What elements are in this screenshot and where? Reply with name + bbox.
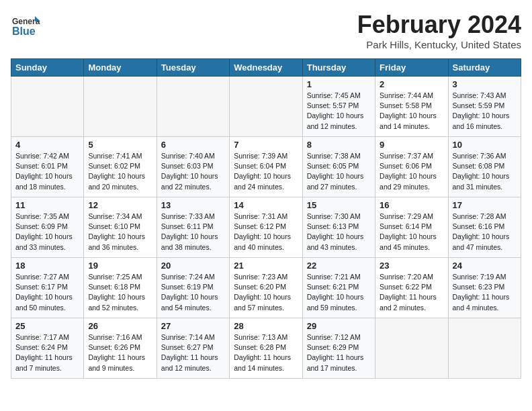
day-info: Sunrise: 7:16 AM Sunset: 6:26 PM Dayligh… [88,332,152,373]
day-info: Sunrise: 7:34 AM Sunset: 6:10 PM Dayligh… [88,212,152,253]
calendar-day-cell [448,318,521,379]
day-number: 7 [234,140,298,150]
weekday-header: Monday [84,59,157,77]
day-number: 8 [307,140,371,150]
day-info: Sunrise: 7:20 AM Sunset: 6:22 PM Dayligh… [380,272,443,313]
title-block: February 2024 Park Hills, Kentucky, Unit… [357,11,521,50]
svg-text:Blue: Blue [12,26,36,37]
day-info: Sunrise: 7:29 AM Sunset: 6:14 PM Dayligh… [380,212,443,253]
calendar-day-cell: 4Sunrise: 7:42 AM Sunset: 6:01 PM Daylig… [11,137,84,197]
day-info: Sunrise: 7:40 AM Sunset: 6:03 PM Dayligh… [161,151,225,192]
calendar-week-row: 18Sunrise: 7:27 AM Sunset: 6:17 PM Dayli… [11,258,521,318]
day-number: 21 [234,261,298,271]
calendar-day-cell: 21Sunrise: 7:23 AM Sunset: 6:20 PM Dayli… [230,258,302,318]
calendar-day-cell: 18Sunrise: 7:27 AM Sunset: 6:17 PM Dayli… [11,258,84,318]
day-info: Sunrise: 7:43 AM Sunset: 5:59 PM Dayligh… [453,91,517,132]
calendar-day-cell: 17Sunrise: 7:28 AM Sunset: 6:16 PM Dayli… [448,197,521,258]
day-info: Sunrise: 7:19 AM Sunset: 6:23 PM Dayligh… [453,272,517,313]
calendar-day-cell: 13Sunrise: 7:33 AM Sunset: 6:11 PM Dayli… [157,197,229,258]
day-info: Sunrise: 7:30 AM Sunset: 6:13 PM Dayligh… [307,212,371,253]
day-info: Sunrise: 7:14 AM Sunset: 6:27 PM Dayligh… [161,332,225,373]
day-number: 13 [161,200,225,210]
day-number: 11 [15,200,79,210]
calendar-week-row: 4Sunrise: 7:42 AM Sunset: 6:01 PM Daylig… [11,137,521,197]
day-number: 2 [380,79,443,89]
day-number: 10 [453,140,517,150]
calendar-day-cell: 10Sunrise: 7:36 AM Sunset: 6:08 PM Dayli… [448,137,521,197]
weekday-header: Friday [375,59,448,77]
day-number: 26 [88,321,152,331]
day-number: 16 [380,200,443,210]
calendar-day-cell: 14Sunrise: 7:31 AM Sunset: 6:12 PM Dayli… [230,197,302,258]
calendar-week-row: 11Sunrise: 7:35 AM Sunset: 6:09 PM Dayli… [11,197,521,258]
calendar-week-row: 1Sunrise: 7:45 AM Sunset: 5:57 PM Daylig… [11,77,521,137]
day-info: Sunrise: 7:45 AM Sunset: 5:57 PM Dayligh… [307,91,371,132]
day-info: Sunrise: 7:17 AM Sunset: 6:24 PM Dayligh… [15,332,79,373]
day-number: 28 [234,321,298,331]
day-info: Sunrise: 7:35 AM Sunset: 6:09 PM Dayligh… [15,212,79,253]
day-number: 19 [88,261,152,271]
calendar-day-cell: 20Sunrise: 7:24 AM Sunset: 6:19 PM Dayli… [157,258,229,318]
calendar-day-cell: 9Sunrise: 7:37 AM Sunset: 6:06 PM Daylig… [375,137,448,197]
day-info: Sunrise: 7:21 AM Sunset: 6:21 PM Dayligh… [307,272,371,313]
weekday-header-row: SundayMondayTuesdayWednesdayThursdayFrid… [11,59,521,77]
day-info: Sunrise: 7:36 AM Sunset: 6:08 PM Dayligh… [453,151,517,192]
calendar-day-cell: 25Sunrise: 7:17 AM Sunset: 6:24 PM Dayli… [11,318,84,379]
day-info: Sunrise: 7:25 AM Sunset: 6:18 PM Dayligh… [88,272,152,313]
day-number: 9 [380,140,443,150]
day-number: 5 [88,140,152,150]
day-number: 6 [161,140,225,150]
weekday-header: Wednesday [230,59,302,77]
logo: General Blue [11,11,43,40]
calendar-day-cell: 15Sunrise: 7:30 AM Sunset: 6:13 PM Dayli… [302,197,375,258]
day-info: Sunrise: 7:39 AM Sunset: 6:04 PM Dayligh… [234,151,298,192]
calendar-week-row: 25Sunrise: 7:17 AM Sunset: 6:24 PM Dayli… [11,318,521,379]
calendar-day-cell [230,77,302,137]
calendar-day-cell [157,77,229,137]
month-title: February 2024 [357,11,521,39]
calendar-table: SundayMondayTuesdayWednesdayThursdayFrid… [11,58,521,379]
day-info: Sunrise: 7:13 AM Sunset: 6:28 PM Dayligh… [234,332,298,373]
day-info: Sunrise: 7:37 AM Sunset: 6:06 PM Dayligh… [380,151,443,192]
day-number: 24 [453,261,517,271]
location: Park Hills, Kentucky, United States [357,39,521,50]
calendar-day-cell: 23Sunrise: 7:20 AM Sunset: 6:22 PM Dayli… [375,258,448,318]
day-number: 18 [15,261,79,271]
day-number: 23 [380,261,443,271]
calendar-day-cell [84,77,157,137]
calendar-day-cell: 1Sunrise: 7:45 AM Sunset: 5:57 PM Daylig… [302,77,375,137]
calendar-day-cell: 6Sunrise: 7:40 AM Sunset: 6:03 PM Daylig… [157,137,229,197]
day-info: Sunrise: 7:44 AM Sunset: 5:58 PM Dayligh… [380,91,443,132]
calendar-day-cell: 27Sunrise: 7:14 AM Sunset: 6:27 PM Dayli… [157,318,229,379]
day-number: 1 [307,79,371,89]
calendar-day-cell [11,77,84,137]
day-number: 22 [307,261,371,271]
day-number: 3 [453,79,517,89]
day-number: 12 [88,200,152,210]
day-info: Sunrise: 7:42 AM Sunset: 6:01 PM Dayligh… [15,151,79,192]
calendar-day-cell: 26Sunrise: 7:16 AM Sunset: 6:26 PM Dayli… [84,318,157,379]
calendar-day-cell: 24Sunrise: 7:19 AM Sunset: 6:23 PM Dayli… [448,258,521,318]
calendar-day-cell: 28Sunrise: 7:13 AM Sunset: 6:28 PM Dayli… [230,318,302,379]
weekday-header: Thursday [302,59,375,77]
calendar-day-cell: 22Sunrise: 7:21 AM Sunset: 6:21 PM Dayli… [302,258,375,318]
day-info: Sunrise: 7:24 AM Sunset: 6:19 PM Dayligh… [161,272,225,313]
day-number: 17 [453,200,517,210]
calendar-day-cell: 2Sunrise: 7:44 AM Sunset: 5:58 PM Daylig… [375,77,448,137]
calendar-day-cell: 12Sunrise: 7:34 AM Sunset: 6:10 PM Dayli… [84,197,157,258]
calendar-day-cell: 29Sunrise: 7:12 AM Sunset: 6:29 PM Dayli… [302,318,375,379]
calendar-day-cell: 7Sunrise: 7:39 AM Sunset: 6:04 PM Daylig… [230,137,302,197]
day-number: 15 [307,200,371,210]
calendar-day-cell: 8Sunrise: 7:38 AM Sunset: 6:05 PM Daylig… [302,137,375,197]
weekday-header: Tuesday [157,59,229,77]
calendar-day-cell: 11Sunrise: 7:35 AM Sunset: 6:09 PM Dayli… [11,197,84,258]
logo-icon: General Blue [11,11,40,40]
day-info: Sunrise: 7:33 AM Sunset: 6:11 PM Dayligh… [161,212,225,253]
day-info: Sunrise: 7:23 AM Sunset: 6:20 PM Dayligh… [234,272,298,313]
calendar-day-cell: 16Sunrise: 7:29 AM Sunset: 6:14 PM Dayli… [375,197,448,258]
calendar-day-cell [375,318,448,379]
calendar-day-cell: 19Sunrise: 7:25 AM Sunset: 6:18 PM Dayli… [84,258,157,318]
day-info: Sunrise: 7:27 AM Sunset: 6:17 PM Dayligh… [15,272,79,313]
day-number: 29 [307,321,371,331]
weekday-header: Saturday [448,59,521,77]
